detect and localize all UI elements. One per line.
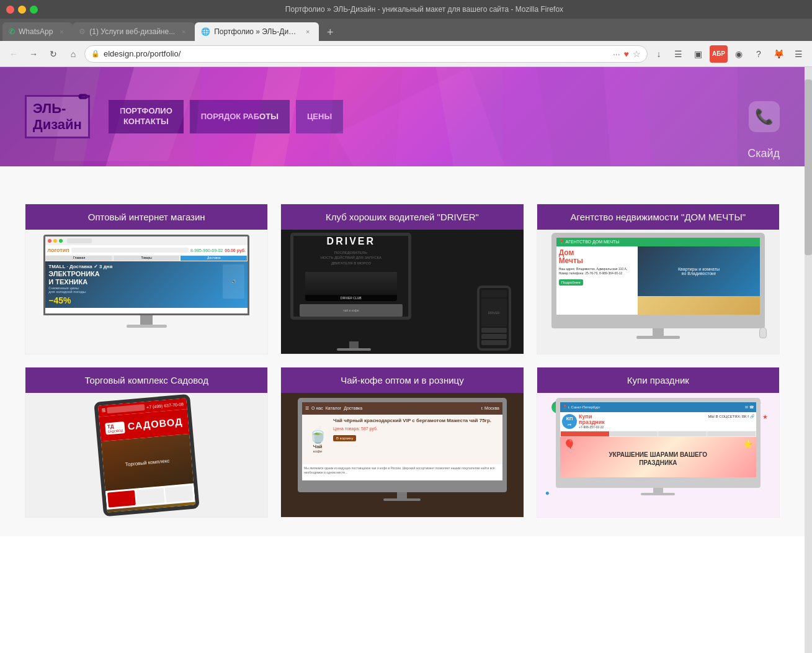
help-button[interactable]: ? [750, 45, 767, 63]
back-button[interactable]: ← [5, 45, 22, 63]
portfolio-img-wholesale: логотип 8-985-960-69-02 00.00 руб. Главн… [25, 230, 267, 354]
page-content[interactable]: ✏ ЭЛЬ- Дизайн ПОРТФОЛИОКОНТАКТЫ ПОРЯДОК … [0, 67, 805, 653]
phone-button[interactable]: 📞 [749, 101, 780, 132]
portfolio-item-wholesale[interactable]: Оптовый интернет магазин [25, 204, 268, 354]
back-icon: ← [9, 49, 18, 59]
whatsapp-icon: ✆ [9, 27, 15, 36]
portfolio-icon: 🌐 [201, 27, 210, 36]
portfolio-title-holiday: Купи праздник [537, 367, 779, 393]
portfolio-item-realty[interactable]: Агентство недвижимости "ДОМ МЕЧТЫ" 📍 АГЕ… [537, 204, 780, 354]
portfolio-title-wholesale: Оптовый интернет магазин [25, 204, 267, 230]
portfolio-title-realty: Агентство недвижимости "ДОМ МЕЧТЫ" [537, 204, 779, 230]
star-icon[interactable]: ☆ [633, 49, 641, 59]
reader-view-icon: ▣ [694, 49, 702, 59]
tab-services-label: (1) Услуги веб-дизайне... [89, 27, 175, 36]
address-bar[interactable]: 🔒 ··· ♥ ☆ [84, 45, 648, 63]
portfolio-img-sadovod: ☰ +7 (499) 637-70-08 ТД [25, 393, 267, 517]
menu-button[interactable]: ☰ [790, 45, 807, 63]
close-button[interactable] [6, 6, 14, 14]
browser-window: Портфолио » ЭЛЬ-Дизайн - уникальный маке… [0, 0, 812, 653]
content-area: ✏ ЭЛЬ- Дизайн ПОРТФОЛИОКОНТАКТЫ ПОРЯДОК … [0, 67, 812, 653]
lock-icon: 🔒 [91, 50, 100, 58]
site-logo: ✏ ЭЛЬ- Дизайн [25, 95, 90, 139]
adblock-button[interactable]: АБР [710, 45, 728, 63]
portfolio-img-holiday: ★ ★ ★ ● 📍 г. Санкт-Петербург [537, 393, 779, 517]
services-icon: ⚙ [79, 27, 86, 36]
portfolio-title-tea: Чай-кофе оптом и в розницу [281, 367, 523, 393]
tabbar: ✆ WhatsApp × ⚙ (1) Услуги веб-дизайне...… [0, 19, 812, 41]
help-icon: ? [756, 49, 761, 59]
spacer [0, 166, 805, 185]
logo-line2: Дизайн [33, 117, 82, 133]
container-button[interactable]: ◉ [730, 45, 747, 63]
library-icon: ☰ [674, 49, 682, 59]
window-title: Портфолио » ЭЛЬ-Дизайн - уникальный маке… [43, 5, 806, 14]
home-button[interactable]: ⌂ [65, 45, 82, 63]
site-header: ✏ ЭЛЬ- Дизайн ПОРТФОЛИОКОНТАКТЫ ПОРЯДОК … [0, 67, 805, 166]
portfolio-item-driver[interactable]: Клуб хороших водителей "DRIVER" DRIVER П… [280, 204, 524, 354]
download-icon: ↓ [656, 49, 661, 59]
scrollbar-track[interactable] [805, 67, 812, 653]
forward-icon: → [29, 49, 38, 59]
tab-portfolio[interactable]: 🌐 Портфолио » ЭЛЬ-Дизайн × [195, 22, 319, 41]
menu-icon: ☰ [795, 49, 803, 59]
tab-whatsapp-label: WhatsApp [19, 27, 53, 36]
fox-button[interactable]: 🦊 [770, 45, 787, 63]
nav-order[interactable]: ПОРЯДОК РАБОТЫ [190, 100, 290, 133]
logo-box: ✏ ЭЛЬ- Дизайн [25, 95, 90, 139]
portfolio-img-realty: 📍 АГЕНТСТВО ДОМ МЕЧТЫ ДомМечты Наш адрес… [537, 230, 779, 354]
forward-button[interactable]: → [25, 45, 42, 63]
library-button[interactable]: ☰ [670, 45, 687, 63]
tab-whatsapp[interactable]: ✆ WhatsApp × [2, 22, 73, 41]
reload-button[interactable]: ↻ [45, 45, 62, 63]
tab-whatsapp-close[interactable]: × [56, 27, 66, 37]
logo-line1: ЭЛЬ- [33, 101, 82, 117]
portfolio-item-sadovod[interactable]: Торговый комплекс Садовод ☰ +7 (4 [25, 367, 268, 518]
portfolio-item-holiday[interactable]: Купи праздник ★ ★ ★ ● [537, 367, 780, 518]
container-icon: ◉ [735, 49, 743, 59]
site-nav: ПОРТФОЛИОКОНТАКТЫ ПОРЯДОК РАБОТЫ ЦЕНЫ [109, 100, 736, 133]
titlebar: Портфолио » ЭЛЬ-Дизайн - уникальный маке… [0, 0, 812, 19]
portfolio-title-driver: Клуб хороших водителей "DRIVER" [281, 204, 523, 230]
portfolio-title-sadovod: Торговый комплекс Садовод [25, 367, 267, 393]
skype-label: Скайд [747, 147, 780, 160]
tab-services[interactable]: ⚙ (1) Услуги веб-дизайне... × [73, 22, 195, 41]
reader-view-button[interactable]: ▣ [690, 45, 707, 63]
portfolio-grid: Оптовый интернет магазин [25, 204, 780, 518]
portfolio-section: Оптовый интернет магазин [0, 185, 805, 536]
minimize-button[interactable] [18, 6, 26, 14]
portfolio-img-tea: ☰ О нас Каталог Доставка г. Москва [281, 393, 523, 517]
nav-prices[interactable]: ЦЕНЫ [296, 100, 343, 133]
toolbar: ← → ↻ ⌂ 🔒 ··· ♥ ☆ ↓ ☰ ▣ АБ [0, 41, 812, 67]
tab-portfolio-close[interactable]: × [303, 27, 313, 37]
tab-portfolio-label: Портфолио » ЭЛЬ-Дизайн [214, 27, 299, 36]
portfolio-img-driver: DRIVER ПОСЛЕДОВАТЕЛЬ-НОСТЬ ДЕЙСТВИЙ ДЛЯ … [281, 230, 523, 354]
new-tab-button[interactable]: + [321, 24, 339, 41]
maximize-button[interactable] [30, 6, 38, 14]
nav-portfolio[interactable]: ПОРТФОЛИОКОНТАКТЫ [109, 100, 184, 133]
three-dot-menu-icon[interactable]: ··· [613, 49, 620, 59]
fox-icon: 🦊 [774, 49, 784, 59]
portfolio-item-tea[interactable]: Чай-кофе оптом и в розницу ☰ О нас [280, 367, 524, 518]
phone-icon: 📞 [755, 108, 774, 125]
titlebar-buttons [6, 6, 38, 14]
toolbar-right: ↓ ☰ ▣ АБР ◉ ? 🦊 ☰ [650, 45, 807, 63]
home-icon: ⌂ [71, 49, 76, 59]
tab-services-close[interactable]: × [179, 27, 189, 37]
address-input[interactable] [104, 49, 609, 58]
download-button[interactable]: ↓ [650, 45, 667, 63]
pocket-icon[interactable]: ♥ [624, 49, 629, 59]
reload-icon: ↻ [50, 49, 57, 59]
